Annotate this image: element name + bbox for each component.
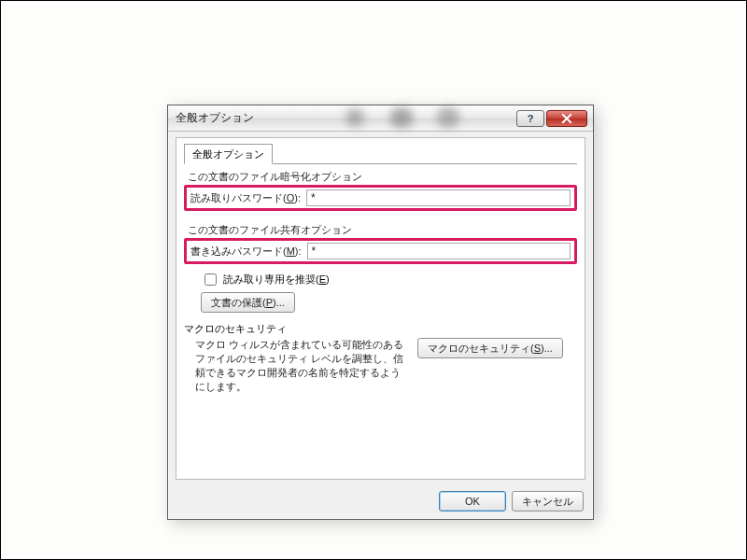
dialog-footer: OK キャンセル	[168, 483, 593, 519]
encryption-group: この文書のファイル暗号化オプション 読み取りパスワード(O):	[184, 166, 577, 212]
dialog-body: 全般オプション この文書のファイル暗号化オプション 読み取りパスワード(O): …	[176, 137, 585, 480]
sharing-group-label: この文書のファイル共有オプション	[186, 223, 354, 237]
write-password-input[interactable]	[307, 243, 571, 259]
macro-description: マクロ ウィルスが含まれている可能性のあるファイルのセキュリティ レベルを調整し…	[195, 338, 410, 393]
sharing-highlight: 書き込みパスワード(M):	[184, 238, 577, 264]
readonly-recommend-label: 読み取り専用を推奨(E)	[223, 273, 330, 287]
encryption-group-label: この文書のファイル暗号化オプション	[186, 170, 364, 184]
cancel-button[interactable]: キャンセル	[512, 491, 584, 511]
write-password-row: 書き込みパスワード(M):	[190, 243, 571, 259]
readonly-recommend-checkbox[interactable]	[204, 273, 217, 286]
encryption-highlight: 読み取りパスワード(O):	[184, 185, 577, 211]
tabstrip: 全般オプション	[184, 144, 577, 164]
read-password-row: 読み取りパスワード(O):	[190, 189, 571, 206]
close-icon	[561, 113, 572, 124]
dialog-title: 全般オプション	[176, 110, 516, 126]
read-password-label: 読み取りパスワード(O):	[190, 191, 301, 205]
readonly-recommend-row[interactable]: 読み取り専用を推奨(E)	[201, 271, 577, 288]
titlebar[interactable]: 全般オプション	[168, 105, 593, 132]
general-options-dialog: 全般オプション 全般オプション この文書のファイル暗号化オプション	[167, 105, 594, 520]
close-button[interactable]	[546, 110, 587, 127]
macro-section-label: マクロのセキュリティ	[184, 322, 577, 336]
write-password-label: 書き込みパスワード(M):	[190, 245, 302, 259]
macro-security-button[interactable]: マクロのセキュリティ(S)...	[417, 338, 563, 358]
tab-general-options[interactable]: 全般オプション	[184, 144, 273, 164]
help-button[interactable]	[516, 110, 544, 127]
read-password-input[interactable]	[306, 189, 571, 206]
ok-button[interactable]: OK	[439, 491, 506, 511]
sharing-group: この文書のファイル共有オプション 書き込みパスワード(M):	[184, 216, 577, 265]
protect-document-button[interactable]: 文書の保護(P)...	[201, 292, 295, 313]
window-buttons	[516, 110, 587, 127]
macro-row: マクロ ウィルスが含まれている可能性のあるファイルのセキュリティ レベルを調整し…	[184, 338, 577, 393]
